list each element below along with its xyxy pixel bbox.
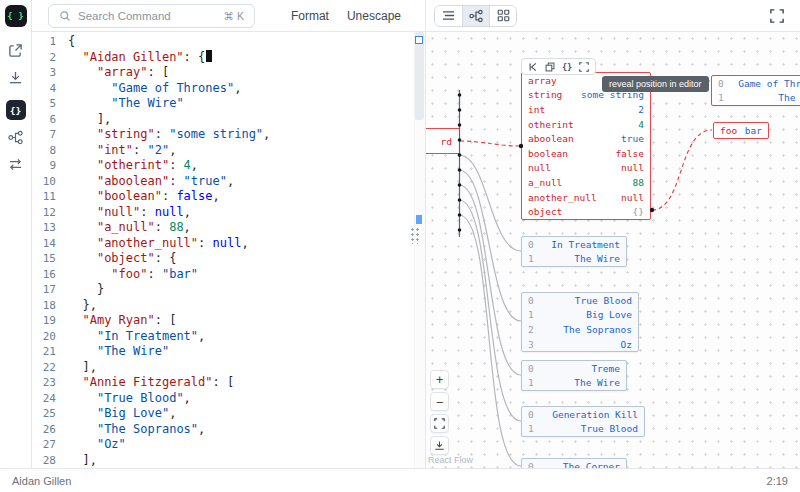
json-editor[interactable]: 1{2 "Aidan Gillen": {3 "array": [4 "Game… <box>32 32 425 468</box>
search-placeholder: Search Command <box>78 10 217 22</box>
line-number: 12 <box>32 205 56 221</box>
search-icon <box>59 10 71 22</box>
react-flow-attribution[interactable]: React Flow <box>428 455 473 465</box>
line-number: 13 <box>32 220 56 236</box>
panel-resize-handle[interactable] <box>409 226 419 244</box>
editor-line[interactable]: 11 "boolean": false, <box>32 189 425 205</box>
editor-line[interactable]: 16 "foo": "bar" <box>32 267 425 283</box>
fit-view-icon[interactable] <box>430 414 449 433</box>
editor-line[interactable]: 22 ], <box>32 360 425 376</box>
editor-header: Search Command ⌘ K Format Unescape <box>32 0 425 32</box>
line-number: 21 <box>32 344 56 360</box>
line-number: 24 <box>32 391 56 407</box>
editor-view-icon[interactable]: {} <box>6 100 26 120</box>
line-number: 23 <box>32 375 56 391</box>
zoom-out-icon[interactable]: − <box>430 392 449 411</box>
editor-line[interactable]: 19 "Amy Ryan": [ <box>32 313 425 329</box>
search-input[interactable]: Search Command ⌘ K <box>48 4 255 28</box>
focus-icon[interactable] <box>579 62 589 72</box>
graph-canvas[interactable]: arraystringsome stringint2otherint4abool… <box>425 32 800 468</box>
zoom-controls: + − <box>430 370 449 455</box>
format-button[interactable]: Format <box>291 9 329 23</box>
graph-node-foo[interactable]: foobar <box>713 122 769 139</box>
editor-line[interactable]: 25 "Big Love", <box>32 406 425 422</box>
graph-node-aidan[interactable]: arraystringsome stringint2otherint4abool… <box>521 72 651 220</box>
graph-node-alex[interactable]: 0Generation Kill1True Blood <box>521 406 645 437</box>
copy-icon[interactable] <box>545 62 555 72</box>
line-number: 1 <box>32 34 56 50</box>
line-number: 10 <box>32 174 56 190</box>
line-number: 27 <box>32 437 56 453</box>
line-number: 22 <box>32 360 56 376</box>
line-number: 11 <box>32 189 56 205</box>
editor-line[interactable]: 8 "int": "2", <box>32 143 425 159</box>
line-number: 3 <box>32 65 56 81</box>
editor-line[interactable]: 21 "The Wire" <box>32 344 425 360</box>
line-number: 19 <box>32 313 56 329</box>
view-toggle-group <box>434 5 517 27</box>
graph-node-amy[interactable]: 0In Treatment1The Wire <box>521 236 627 267</box>
line-number: 5 <box>32 96 56 112</box>
left-rail: { } {} <box>0 0 32 468</box>
editor-line[interactable]: 24 "True Blood", <box>32 391 425 407</box>
app-logo[interactable]: { } <box>5 5 27 27</box>
search-shortcut: ⌘ K <box>224 10 244 22</box>
editor-line[interactable]: 5 "The Wire" <box>32 96 425 112</box>
line-number: 28 <box>32 453 56 469</box>
editor-line[interactable]: 3 "array": [ <box>32 65 425 81</box>
editor-line[interactable]: 17 } <box>32 282 425 298</box>
editor-line[interactable]: 6 ], <box>32 112 425 128</box>
tree-view-icon[interactable] <box>435 6 462 26</box>
editor-line[interactable]: 23 "Annie Fitzgerald": [ <box>32 375 425 391</box>
text-cursor <box>206 50 212 62</box>
editor-line[interactable]: 27 "Oz" <box>32 437 425 453</box>
line-number: 17 <box>32 282 56 298</box>
status-path: Aidan Gillen <box>12 475 71 487</box>
line-number: 4 <box>32 81 56 97</box>
export-icon[interactable] <box>6 40 26 60</box>
editor-line[interactable]: 2 "Aidan Gillen": { <box>32 50 425 66</box>
editor-line[interactable]: 20 "In Treatment", <box>32 329 425 345</box>
line-number: 25 <box>32 406 56 422</box>
editor-line[interactable]: 14 "another_null": null, <box>32 236 425 252</box>
line-number: 7 <box>32 127 56 143</box>
line-number: 15 <box>32 251 56 267</box>
editor-lines: 1{2 "Aidan Gillen": {3 "array": [4 "Game… <box>32 34 425 468</box>
editor-line[interactable]: 10 "aboolean": "true", <box>32 174 425 190</box>
reveal-icon[interactable]: {} <box>562 62 572 72</box>
line-number: 6 <box>32 112 56 128</box>
graph-node-alice[interactable]: 0The Corner <box>521 458 627 468</box>
editor-line[interactable]: 15 "object": { <box>32 251 425 267</box>
editor-line[interactable]: 28 ], <box>32 453 425 469</box>
line-number: 2 <box>32 50 56 66</box>
reveal-tooltip: reveal position in editor <box>602 76 709 92</box>
flow-view-icon[interactable] <box>6 127 26 147</box>
node-toolbar: {} <box>521 58 596 75</box>
graph-node-got[interactable]: 0Game of Thrones1The Wire <box>711 75 800 106</box>
unescape-button[interactable]: Unescape <box>347 9 401 23</box>
root-node-fragment[interactable]: rd <box>425 128 460 154</box>
collapse-icon[interactable] <box>528 62 538 72</box>
editor-scrollbar[interactable] <box>414 32 425 468</box>
compare-icon[interactable] <box>6 154 26 174</box>
scrollbar-thumb[interactable] <box>415 32 424 120</box>
grid-view-icon[interactable] <box>489 6 516 26</box>
zoom-in-icon[interactable]: + <box>430 370 449 389</box>
editor-line[interactable]: 12 "null": null, <box>32 205 425 221</box>
line-number: 20 <box>32 329 56 345</box>
editor-line[interactable]: 7 "string": "some string", <box>32 127 425 143</box>
editor-line[interactable]: 4 "Game of Thrones", <box>32 81 425 97</box>
cursor-position: 2:19 <box>767 475 788 487</box>
graph-node-anwan[interactable]: 0Treme1The Wire <box>521 360 627 391</box>
download-icon[interactable] <box>6 67 26 87</box>
app-window: { } {} Search Command ⌘ K Format Unescap… <box>0 0 800 492</box>
editor-line[interactable]: 9 "otherint": 4, <box>32 158 425 174</box>
download-image-icon[interactable] <box>430 436 449 455</box>
editor-line[interactable]: 13 "a_null": 88, <box>32 220 425 236</box>
graph-node-annie[interactable]: 0True Blood1Big Love2The Sopranos3Oz <box>521 292 639 352</box>
editor-line[interactable]: 1{ <box>32 34 425 50</box>
editor-line[interactable]: 18 }, <box>32 298 425 314</box>
fullscreen-icon[interactable] <box>766 5 788 27</box>
graph-view-icon[interactable] <box>462 6 489 26</box>
editor-line[interactable]: 26 "The Sopranos", <box>32 422 425 438</box>
